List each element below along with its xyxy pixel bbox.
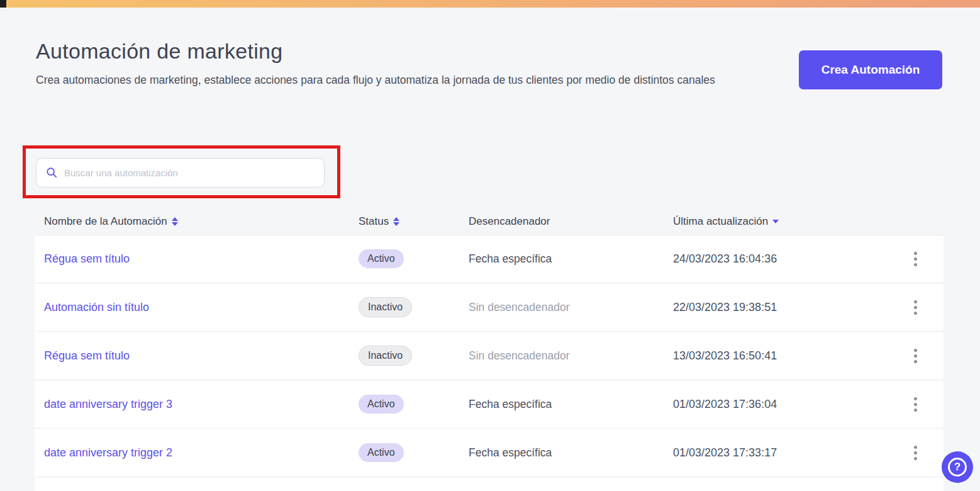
- table-row: Régua sem título Inactivo Sin desencaden…: [35, 332, 944, 379]
- automation-name-link[interactable]: date anniversary trigger 3: [44, 398, 172, 410]
- status-cell: Activo: [359, 249, 469, 268]
- actions-cell: [896, 298, 934, 317]
- table-row: date anniversary trigger 2 Activo Fecha …: [35, 429, 944, 476]
- column-header-trigger: Desencadenador: [469, 215, 673, 228]
- page-subtitle: Crea automaciones de marketing, establec…: [36, 74, 778, 87]
- status-badge: Activo: [359, 249, 404, 268]
- table-row: Automación sin título Inactivo Sin desen…: [35, 284, 944, 330]
- trigger-label: Fecha específica: [469, 398, 552, 410]
- kebab-menu-icon[interactable]: [911, 395, 920, 414]
- actions-cell: [896, 443, 934, 463]
- updated-at: 24/03/2023 16:04:36: [673, 252, 777, 265]
- column-header-status-label: Status: [359, 215, 389, 228]
- name-cell: Régua sem título: [44, 252, 359, 266]
- status-cell: Inactivo: [359, 346, 469, 365]
- trigger-label: Sin desencadenador: [469, 349, 570, 362]
- updated-cell: 01/03/2023 17:36:04: [673, 398, 896, 411]
- sort-both-icon[interactable]: [393, 217, 399, 226]
- trigger-label: Fecha específica: [469, 446, 552, 459]
- status-badge: Activo: [359, 443, 404, 461]
- table-header-row: Nombre de la Automación Status Desencade…: [35, 208, 944, 235]
- name-cell: Automación sin título: [44, 301, 359, 314]
- name-cell: date anniversary trigger 2: [44, 446, 359, 460]
- kebab-menu-icon[interactable]: [911, 443, 920, 463]
- updated-cell: 01/03/2023 17:33:17: [673, 446, 896, 460]
- column-header-status[interactable]: Status: [359, 215, 469, 228]
- column-header-name[interactable]: Nombre de la Automación: [44, 215, 359, 228]
- help-button[interactable]: ?: [942, 451, 973, 483]
- actions-cell: [896, 395, 934, 414]
- name-cell: date anniversary trigger 3: [44, 398, 359, 411]
- kebab-menu-icon[interactable]: [911, 249, 920, 269]
- column-header-updated[interactable]: Última actualización: [673, 215, 896, 228]
- updated-cell: 22/03/2023 19:38:51: [673, 301, 896, 314]
- status-cell: Inactivo: [359, 297, 469, 317]
- status-badge: Inactivo: [359, 297, 412, 317]
- trigger-cell: Fecha específica: [469, 398, 673, 411]
- search-input[interactable]: [36, 158, 325, 188]
- table-body: Régua sem título Activo Fecha específica…: [35, 235, 944, 476]
- trigger-cell: Fecha específica: [469, 446, 673, 460]
- table-row: Régua sem título Activo Fecha específica…: [35, 235, 944, 282]
- trigger-label: Fecha específica: [469, 252, 552, 265]
- column-header-trigger-label: Desencadenador: [469, 215, 550, 228]
- status-badge: Inactivo: [359, 346, 412, 365]
- actions-cell: [896, 346, 934, 366]
- table-row-partial: [35, 478, 944, 491]
- updated-at: 13/03/2023 16:50:41: [673, 349, 777, 362]
- question-mark-icon: ?: [948, 458, 967, 477]
- automation-name-link[interactable]: date anniversary trigger 2: [44, 446, 172, 459]
- search-field-wrap: [36, 158, 325, 188]
- sort-desc-icon[interactable]: [772, 220, 779, 223]
- trigger-label: Sin desencadenador: [469, 301, 570, 313]
- status-cell: Activo: [359, 443, 469, 461]
- column-header-updated-label: Última actualización: [673, 215, 768, 228]
- top-left-chip: [0, 0, 6, 8]
- trigger-cell: Sin desencadenador: [469, 349, 673, 363]
- sort-both-icon[interactable]: [172, 217, 178, 226]
- updated-at: 01/03/2023 17:36:04: [673, 398, 777, 410]
- updated-at: 22/03/2023 19:38:51: [673, 301, 777, 313]
- kebab-menu-icon[interactable]: [911, 298, 920, 317]
- automations-table: Nombre de la Automación Status Desencade…: [35, 208, 944, 491]
- trigger-cell: Fecha específica: [469, 252, 673, 266]
- page-header: Automación de marketing Crea automacione…: [36, 39, 778, 87]
- automation-name-link[interactable]: Régua sem título: [44, 252, 130, 265]
- trigger-cell: Sin desencadenador: [469, 301, 673, 314]
- create-automation-button[interactable]: Crea Automación: [799, 50, 942, 89]
- table-row: date anniversary trigger 3 Activo Fecha …: [35, 381, 944, 427]
- updated-cell: 13/03/2023 16:50:41: [673, 349, 896, 363]
- page-title: Automación de marketing: [36, 39, 778, 64]
- name-cell: Régua sem título: [44, 349, 359, 363]
- updated-cell: 24/03/2023 16:04:36: [673, 252, 896, 266]
- automation-name-link[interactable]: Régua sem título: [44, 349, 130, 362]
- actions-cell: [896, 249, 934, 269]
- column-header-name-label: Nombre de la Automación: [44, 215, 167, 228]
- updated-at: 01/03/2023 17:33:17: [673, 446, 777, 459]
- top-gradient-bar: [0, 0, 980, 8]
- kebab-menu-icon[interactable]: [911, 346, 920, 366]
- automation-name-link[interactable]: Automación sin título: [44, 301, 149, 313]
- status-badge: Activo: [359, 395, 404, 413]
- status-cell: Activo: [359, 395, 469, 413]
